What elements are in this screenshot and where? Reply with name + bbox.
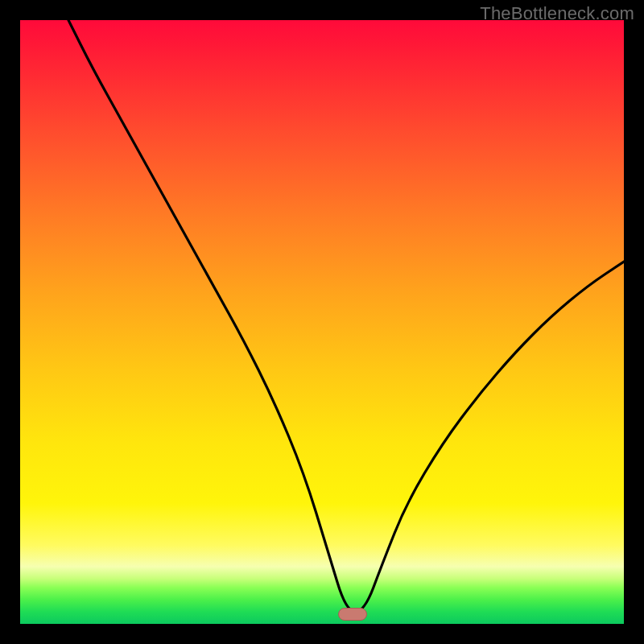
minimum-marker: [338, 608, 367, 621]
chart-frame: TheBottleneck.com: [0, 0, 644, 644]
plot-area: [20, 20, 624, 624]
bottleneck-curve: [20, 20, 624, 624]
watermark-text: TheBottleneck.com: [480, 3, 634, 24]
